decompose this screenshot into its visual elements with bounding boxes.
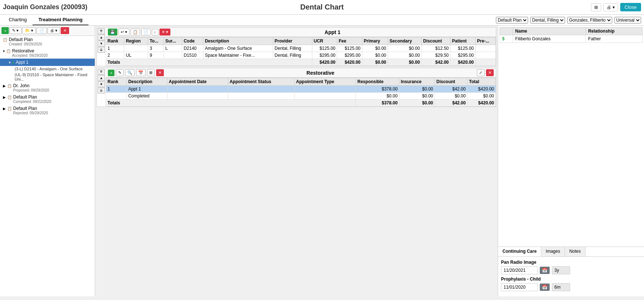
plan-select[interactable]: Default Plan bbox=[496, 17, 528, 23]
appt1-undo-button[interactable]: ↑ bbox=[152, 29, 158, 36]
cell-provider: Dental, Filling bbox=[273, 45, 312, 52]
cell-sur: L bbox=[164, 45, 182, 52]
expand-icon: ▶ bbox=[3, 84, 6, 88]
view-select[interactable]: Universal bbox=[614, 17, 641, 23]
cell-to: 3 bbox=[148, 45, 164, 52]
pan-radio-calendar-button[interactable]: 📅 bbox=[540, 267, 550, 274]
res-calendar-button[interactable]: 📅 bbox=[136, 69, 146, 76]
item-label: Restorative bbox=[12, 48, 92, 53]
nav-up-button[interactable]: ▲ bbox=[98, 34, 105, 40]
appt1-delete-button[interactable]: ✕ ▾ bbox=[159, 29, 170, 36]
list-icon: 📋 bbox=[7, 107, 12, 111]
total-primary: $0.00 bbox=[362, 59, 388, 66]
print-sidebar-button[interactable]: 🖨 ▾ bbox=[48, 27, 60, 34]
total-pre bbox=[475, 59, 496, 66]
cell-insurance: $0.00 bbox=[399, 93, 435, 100]
cell-fee: $295.00 bbox=[337, 52, 362, 59]
contact-row[interactable]: $ Filiberto Gonzales Father bbox=[500, 35, 643, 43]
prophylaxis-duration-input[interactable] bbox=[552, 283, 570, 291]
res-grid-button[interactable]: ⊞ bbox=[147, 69, 155, 76]
cell-pre bbox=[475, 45, 496, 52]
cell-responsible: $378.00 bbox=[356, 86, 399, 93]
res-add-button[interactable]: + bbox=[108, 70, 114, 76]
res-expand-button[interactable]: ⤢ bbox=[477, 69, 485, 76]
col-fee: Fee bbox=[337, 37, 362, 45]
nav-down-button[interactable]: ▼ bbox=[98, 41, 105, 47]
nav-up-button[interactable]: ▲ bbox=[98, 75, 105, 81]
add-button[interactable]: + bbox=[1, 27, 9, 34]
sidebar-toolbar: + ✎ ▾ 📁 ▾ 📄 🖨 ▾ ✕ bbox=[0, 26, 95, 36]
copy-button[interactable]: 📄 bbox=[37, 27, 47, 34]
grid-icon-button[interactable]: ⊞ bbox=[591, 3, 601, 11]
appt1-title: Appt 1 bbox=[172, 29, 494, 35]
provider-select[interactable]: Dental, Filling bbox=[530, 17, 565, 23]
item-label: Default Plan bbox=[13, 106, 92, 111]
close-button[interactable]: Close bbox=[620, 3, 641, 11]
sidebar-item-default-plan-2[interactable]: ▶ 📋 Default Plan Completed: 09/22/2020 bbox=[0, 93, 95, 105]
appt1-copy-button[interactable]: 📋 bbox=[131, 29, 140, 36]
cell-secondary: $0.00 bbox=[388, 45, 422, 52]
contact-name: Filiberto Gonzales bbox=[513, 35, 586, 43]
table-row[interactable]: Completed $0.00 $0.00 $0.00 $0.00 bbox=[106, 93, 496, 100]
item-label: Appt 1 bbox=[16, 60, 92, 65]
table-row[interactable]: 1 3 L D2140 Amalgam - One Surface Dental… bbox=[106, 45, 496, 52]
cell-fee: $125.00 bbox=[337, 45, 362, 52]
appt1-save-button[interactable]: 💾 bbox=[108, 29, 117, 36]
total-insurance: $0.00 bbox=[399, 100, 435, 107]
res-delete-button[interactable]: ✕ bbox=[156, 69, 164, 76]
print-button[interactable]: 🖨 ▾ bbox=[603, 3, 618, 11]
nav-bottom-button[interactable]: ⇊ bbox=[98, 88, 105, 93]
tab-continuing-care[interactable]: Continuing Care bbox=[498, 247, 541, 256]
res-close-button[interactable]: ✕ bbox=[486, 69, 494, 76]
pan-radio-date-input[interactable] bbox=[501, 266, 538, 274]
table-row[interactable]: 2 UL 9 D1510 Space Maintainer - Fixe... … bbox=[106, 52, 496, 59]
cell-region bbox=[124, 45, 148, 52]
nav-bottom-button[interactable]: ⇊ bbox=[98, 47, 105, 53]
doctor-select[interactable]: Gonzales, Filiberto bbox=[567, 17, 612, 23]
cell-pre bbox=[475, 52, 496, 59]
cell-rank: 1 bbox=[106, 45, 124, 52]
cell-appt-date bbox=[167, 86, 228, 93]
tab-charting[interactable]: Charting bbox=[3, 15, 33, 25]
col-appt-type: Appointment Type bbox=[294, 78, 356, 86]
col-appt-status: Appointment Status bbox=[228, 78, 294, 86]
pan-radio-row: 📅 bbox=[501, 266, 641, 274]
sidebar-item-restorative[interactable]: ▾ 📋 Restorative Accepted: 09/29/2020 bbox=[0, 47, 95, 59]
item-label: Default Plan bbox=[13, 95, 92, 100]
cell-appt-type bbox=[294, 86, 356, 93]
list-icon: 📋 bbox=[6, 49, 11, 53]
prophylaxis-calendar-button[interactable]: 📅 bbox=[540, 284, 550, 291]
cell-description: Completed bbox=[127, 93, 167, 100]
res-find-button[interactable]: 🔍 bbox=[125, 69, 135, 76]
pan-radio-duration-input[interactable] bbox=[552, 266, 570, 274]
nav-down-button[interactable]: ▼ bbox=[98, 81, 105, 87]
item-sublabel: Proposed: 09/29/2020 bbox=[13, 88, 92, 92]
col-region: Region bbox=[124, 37, 148, 45]
tab-images[interactable]: Images bbox=[541, 247, 565, 256]
cell-description: Amalgam - One Surface bbox=[203, 45, 273, 52]
cell-primary: $0.00 bbox=[362, 52, 388, 59]
sidebar-item-dr-john[interactable]: ▶ 📋 Dr. John Proposed: 09/29/2020 bbox=[0, 82, 95, 93]
sidebar-item-appt1[interactable]: ▾ ● Appt 1 bbox=[0, 59, 95, 66]
edit-button[interactable]: ✎ ▾ bbox=[10, 27, 21, 34]
sidebar-item-default-plan-1[interactable]: 📋 Default Plan Created: 09/29/2020 bbox=[0, 36, 95, 47]
restorative-totals: Totals $378.00 $0.00 $42.00 $420.00 bbox=[106, 100, 496, 107]
table-row[interactable]: 1 Appt 1 $378.00 $0.00 $42.00 $420.00 bbox=[106, 86, 496, 93]
appt1-paste-button[interactable]: 📄 bbox=[141, 29, 151, 36]
sidebar-sub-item-2: (UL-9) D1510 - Space Maintainer - Fixed … bbox=[0, 72, 95, 82]
delete-button[interactable]: ✕ bbox=[61, 27, 69, 34]
appt1-edit-button[interactable]: ↩ ▾ bbox=[118, 29, 129, 36]
nav-top-button[interactable]: ⇈ bbox=[98, 28, 105, 34]
folder-button[interactable]: 📁 ▾ bbox=[22, 27, 36, 34]
totals-label: Totals bbox=[106, 100, 356, 107]
col-primary: Primary bbox=[362, 37, 388, 45]
prophylaxis-date-input[interactable] bbox=[501, 283, 538, 291]
tab-treatment-planning[interactable]: Treatment Planning bbox=[33, 15, 88, 25]
tab-notes[interactable]: Notes bbox=[565, 247, 585, 256]
cell-sur bbox=[164, 52, 182, 59]
cell-description: Space Maintainer - Fixe... bbox=[203, 52, 273, 59]
res-edit-button[interactable]: ✎ bbox=[116, 69, 124, 76]
sidebar-item-default-plan-3[interactable]: ▶ 📋 Default Plan Rejected: 09/29/2020 bbox=[0, 105, 95, 116]
total-ucr: $420.00 bbox=[312, 59, 337, 66]
nav-top-button[interactable]: ⇈ bbox=[98, 69, 105, 75]
